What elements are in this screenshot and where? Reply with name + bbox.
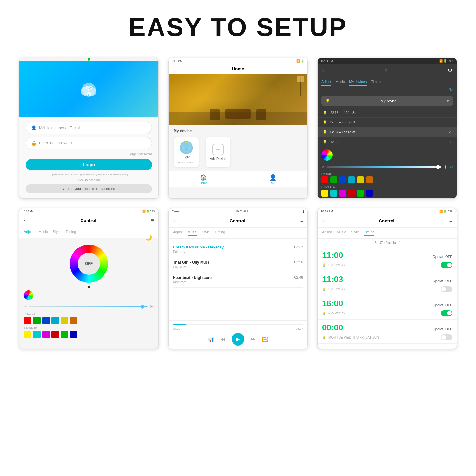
timing-entry-1: 11:00 Operat: OFF 💡 EVERYDAY (318, 247, 457, 271)
device-item-4[interactable]: 💡 12358 › (318, 137, 457, 147)
devices-row: Light (Wi-Fi Device) + Add Device (169, 137, 307, 171)
settings-icon[interactable]: ⚙ (448, 67, 452, 73)
ctrl-standby-colors (19, 330, 158, 339)
next-icon[interactable]: ⏭ (251, 336, 256, 342)
device-dropdown[interactable]: 💡 My device ▾ (321, 96, 453, 106)
nav-home-label: Home (200, 182, 207, 185)
equalizer-icon[interactable]: 📊 (208, 336, 214, 342)
ctrl-color-wheel[interactable] (24, 290, 33, 300)
standby-color-4[interactable] (348, 190, 355, 197)
back-arrow-icon[interactable]: ‹ (322, 67, 324, 74)
ctrl-preset-6[interactable] (70, 317, 77, 324)
login-button[interactable]: Login (26, 159, 152, 170)
music-item-1[interactable]: Dream It Possible - Dekacey Dekacey 03:3… (173, 242, 303, 257)
progress-bar[interactable] (173, 324, 303, 325)
menu-lines-icon[interactable]: ≡ (384, 68, 387, 73)
light-device-card[interactable]: Light (Wi-Fi Device) (174, 137, 199, 167)
timing-tab-adjust[interactable]: Adjust (322, 230, 332, 236)
timing-tab-timing[interactable]: Timing (364, 230, 374, 236)
music-carrier: Carrier (172, 210, 181, 213)
time-2: 11:03 (322, 274, 343, 284)
preset-color-2[interactable] (330, 176, 337, 183)
standby-color-1[interactable] (321, 190, 328, 197)
toggle-1[interactable] (441, 262, 452, 268)
music-item-3[interactable]: Heartbeat - Nightcore Nightcore 02:46 (173, 272, 303, 288)
tab-adjust[interactable]: Adjust (321, 80, 331, 86)
create-account-button[interactable]: Create your TechLife Pro account (26, 184, 152, 193)
email-field[interactable]: 👤 Mobile number or E-mail (26, 122, 152, 134)
ctrl-preset-3[interactable] (42, 317, 50, 324)
forgot-password[interactable]: Forgot password (26, 152, 152, 156)
standby-color-2[interactable] (330, 190, 337, 197)
brightness-slider[interactable] (326, 166, 441, 168)
timing-device-id: 6e:37:40:ac:4a:af (318, 239, 457, 247)
music-tab-style[interactable]: Style (202, 230, 209, 236)
prev-icon[interactable]: ⏮ (220, 336, 225, 342)
timing-tab-music[interactable]: Music (337, 230, 346, 236)
toggle-4[interactable] (441, 334, 452, 340)
standby-color-6[interactable] (366, 190, 373, 197)
play-button[interactable]: ▶ (232, 333, 244, 346)
ctrl-tab-adjust[interactable]: Adjust (24, 230, 34, 235)
screen-control-adjust: 10:10 AM 📶 🔋 59% ‹ Control ≡ Adjust Musi… (19, 208, 159, 349)
ctrl-brightness-slider[interactable] (29, 306, 148, 307)
ctrl-standby-6[interactable] (70, 331, 77, 338)
music-tab-music[interactable]: Music (188, 230, 197, 236)
timing-tab-style[interactable]: Style (351, 230, 359, 236)
ctrl-brightness-high: ☀ (149, 304, 154, 310)
repeat-icon[interactable]: 🔁 (262, 336, 268, 342)
add-device-card[interactable]: + Add Device (205, 137, 231, 167)
screen-home: 2:25 PM 📶 🔋 Home My device (168, 58, 308, 199)
ctrl-standby-5[interactable] (61, 331, 68, 338)
preset-color-3[interactable] (339, 176, 346, 183)
screen-control-music: Carrier 10:31 AM ▮ ‹ Control ≡ Adjust Mu… (168, 208, 308, 349)
power-off-label[interactable]: OFF (78, 253, 100, 275)
toggle-row-4: 💡 MON TUE WED THU FRI SAT SUN (322, 334, 452, 340)
nav-me[interactable]: 👤 Me (269, 174, 276, 185)
music-tab-timing[interactable]: Timing (215, 230, 225, 236)
preset-color-6[interactable] (366, 176, 373, 183)
music-back-arrow[interactable]: ‹ (173, 217, 175, 224)
tab-timing[interactable]: Timing (371, 80, 381, 86)
tab-music[interactable]: Music (336, 80, 345, 86)
ctrl-preset-2[interactable] (33, 317, 41, 324)
password-field[interactable]: 🔒 Enter the password (26, 137, 152, 149)
music-menu-icon[interactable]: ≡ (300, 218, 303, 224)
preset-color-1[interactable] (321, 176, 328, 183)
preset-color-5[interactable] (357, 176, 364, 183)
ctrl-preset-5[interactable] (61, 317, 68, 324)
ctrl-preset-4[interactable] (51, 317, 59, 324)
standby-color-3[interactable] (339, 190, 346, 197)
ctrl-standby-3[interactable] (42, 331, 50, 338)
ctrl-preset-1[interactable] (24, 317, 31, 324)
ctrl-standby-4[interactable] (51, 331, 59, 338)
device-item-3[interactable]: 💡 6e:37:40:ac:4a:af (318, 127, 457, 137)
ctrl-standby-1[interactable] (24, 331, 31, 338)
ctrl-menu-icon[interactable]: ≡ (151, 218, 154, 223)
home-bottom-nav: 🏠 Home 👤 Me (169, 171, 307, 187)
ctrl-back-arrow[interactable]: ‹ (24, 217, 26, 224)
timing-back-arrow[interactable]: ‹ (322, 217, 324, 224)
toggle-2[interactable] (441, 286, 452, 292)
toggle-3[interactable] (441, 310, 452, 316)
music-tab-adjust[interactable]: Adjust (173, 230, 183, 236)
moon-icon: 🌙 (145, 234, 152, 241)
standby-color-5[interactable] (357, 190, 364, 197)
tab-my-devices[interactable]: My devices (349, 80, 367, 86)
settings-small-icon[interactable]: ⚙ (449, 165, 453, 169)
refresh-icon[interactable]: ↻ (449, 87, 453, 92)
ctrl-tab-timing[interactable]: Timing (66, 230, 76, 235)
preset-color-4[interactable] (348, 176, 355, 183)
ctrl-tab-style[interactable]: Style (53, 230, 60, 235)
ctrl-standby-2[interactable] (33, 331, 41, 338)
device-item-1[interactable]: 💡 22:18:1a:49:1c:8c (318, 108, 457, 118)
music-item-2[interactable]: That Girl - Olly Murs Olly Murs 02:56 (173, 257, 303, 272)
nav-home[interactable]: 🏠 Home (200, 174, 207, 185)
device-item-2[interactable]: 💡 3e:60:4b:b6:b9:f0 (318, 118, 457, 127)
color-ring[interactable]: OFF (70, 245, 108, 283)
home-status-bar: 2:25 PM 📶 🔋 (169, 58, 307, 64)
refresh-row: ↻ (318, 86, 457, 94)
ctrl-tab-music[interactable]: Music (39, 230, 48, 235)
timing-menu-icon[interactable]: ≡ (449, 218, 452, 224)
color-wheel[interactable] (321, 149, 333, 161)
